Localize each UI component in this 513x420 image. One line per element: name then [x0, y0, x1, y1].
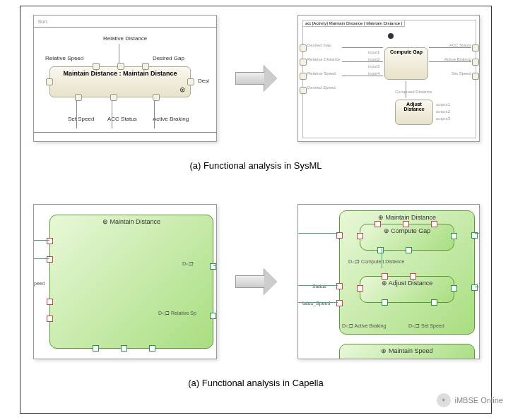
initial-node-icon	[388, 33, 394, 39]
pin-label: Set Speed	[452, 71, 471, 76]
arrow-icon	[235, 72, 265, 85]
port-out	[382, 299, 388, 306]
port-in	[336, 300, 343, 306]
mid-label: Computed Distance	[395, 90, 432, 94]
diagram-line	[119, 44, 119, 64]
flow-line	[34, 258, 49, 259]
ext-pin	[300, 59, 307, 66]
ext-pin	[472, 73, 479, 80]
port-out	[121, 345, 127, 352]
pin-top-3	[142, 63, 149, 70]
port-out	[451, 233, 457, 239]
port-out	[210, 263, 216, 270]
flow-line	[429, 47, 471, 48]
activity-frame: act [Activity] Maintain Distance [ Maint…	[302, 20, 476, 138]
port-in	[47, 299, 53, 305]
cut-label-left: peed	[34, 281, 45, 286]
ext-pin	[300, 87, 307, 94]
pin-label: Relative Distance	[307, 57, 341, 61]
capella-title: ⊕ Maintain Distance	[53, 218, 210, 225]
flow-line	[429, 61, 471, 62]
port-in	[410, 273, 416, 280]
maintain-speed-block: ⊕ Maintain Speed	[339, 344, 475, 359]
port-out	[406, 247, 412, 253]
sysml-right-panel: act [Activity] Maintain Distance [ Maint…	[297, 15, 480, 142]
flow-line	[298, 302, 338, 303]
diagram-line	[76, 100, 77, 128]
pin-right	[187, 78, 194, 85]
adjust-distance-title: Adjust Distance	[403, 102, 424, 112]
capella-left-panel: ⊕ Maintain Distance peed D◁⊐ D◁⊐ Relativ…	[33, 204, 217, 359]
compute-gap-block: Compute Gap	[384, 47, 428, 80]
port-in	[382, 273, 388, 280]
ext-pin	[472, 59, 479, 66]
flow-line	[213, 265, 217, 266]
output-label: output3	[436, 116, 450, 121]
label-desired-gap: Desired Gap	[153, 55, 184, 61]
activity-tab: act [Activity] Maintain Distance [ Maint…	[302, 20, 405, 27]
port-in	[357, 233, 363, 239]
port-in	[47, 316, 53, 322]
pin-top-2	[117, 63, 124, 70]
port-out	[377, 247, 384, 253]
db-label: D◁⊐	[182, 261, 194, 267]
cut-label-right: D◁⊐ Relative Sp	[158, 311, 196, 316]
outer-capella-block: ⊕ Maintain Distance ⊕ Compute Gap ⊕ Adju…	[339, 210, 475, 335]
fragment-text: tion	[38, 18, 47, 25]
set-speed-label: D◁⊐ Set Speed	[408, 323, 444, 329]
flow-line	[406, 81, 406, 98]
input-label: input1	[368, 50, 379, 54]
pin-top-1	[93, 63, 100, 70]
arrow-bottom	[235, 269, 278, 294]
watermark-icon: ✦	[437, 393, 451, 407]
adjust-distance-block: Adjust Distance	[395, 100, 433, 125]
watermark-text: iMBSE Online	[455, 396, 503, 404]
arrow-top	[235, 66, 278, 91]
watermark: ✦ iMBSE Online	[437, 393, 503, 407]
pin-label: Desired Gap	[307, 43, 331, 47]
adjust-distance-capella: ⊕ Adjust Distance	[360, 276, 454, 303]
maintain-speed-title: ⊕ Maintain Speed	[343, 347, 471, 354]
pin-label: Relative Speed	[307, 71, 336, 76]
pin-left	[46, 78, 53, 85]
flow-line	[342, 76, 383, 76]
label-active-braking: Active Braking	[153, 116, 189, 122]
label-rel-distance: Relative Distance	[103, 35, 147, 42]
caption-top: (a) Functional analysis in SysML	[20, 160, 491, 171]
port-in	[47, 238, 53, 244]
capella-right-panel: ⊕ Maintain Distance ⊕ Compute Gap ⊕ Adju…	[297, 204, 480, 359]
diagram-line	[34, 27, 217, 28]
ext-pin	[300, 73, 307, 80]
arrow-head-icon	[264, 66, 277, 91]
outer-title: ⊕ Maintain Distance	[343, 214, 471, 221]
flow-line	[475, 287, 480, 287]
compute-gap-title: Compute Gap	[390, 49, 423, 54]
ext-pin	[300, 44, 307, 52]
port-out	[451, 285, 457, 292]
diagram-line	[154, 100, 155, 128]
label-set-speed: Set Speed	[68, 116, 94, 122]
outer-frame: tion Maintain Distance : Maintain Distan…	[20, 6, 492, 414]
port-in	[357, 285, 363, 292]
flow-line	[475, 233, 480, 234]
label-desi: Desi	[198, 78, 209, 84]
label-rel-speed: Relative Speed	[45, 55, 83, 61]
port-out	[431, 299, 437, 306]
arrow-head-icon	[264, 269, 277, 294]
compute-gap-title: ⊕ Compute Gap	[363, 227, 451, 234]
block-title: Maintain Distance : Maintain Distance	[63, 70, 177, 77]
port-out	[149, 345, 155, 352]
port-in	[375, 221, 381, 227]
arrow-icon	[235, 275, 265, 288]
maintain-distance-block: Maintain Distance : Maintain Distance ⦾	[49, 66, 191, 97]
diagram-line	[112, 100, 112, 128]
flow-line	[342, 61, 383, 62]
adjust-distance-title: ⊕ Adjust Distance	[363, 280, 451, 287]
port-in	[431, 221, 437, 227]
computed-label: D◁⊐ Computed Distance	[348, 259, 404, 265]
flow-line	[298, 233, 338, 234]
maintain-distance-capella: ⊕ Maintain Distance	[49, 215, 213, 349]
caption-bottom: (a) Functional analysis in Capella	[20, 378, 491, 388]
pin-label: Desired Speed	[307, 85, 336, 90]
port-in	[336, 283, 343, 289]
